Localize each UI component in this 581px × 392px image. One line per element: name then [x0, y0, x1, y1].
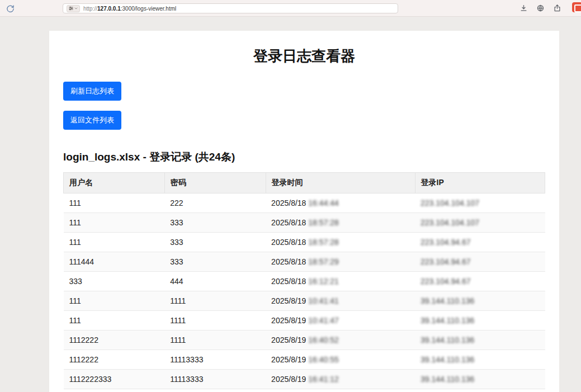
- table-row: 1112222025/8/18 16:44:44223.104.104.107: [64, 193, 545, 213]
- reload-button[interactable]: [5, 3, 15, 13]
- password-cell: 11113333: [164, 389, 266, 392]
- username-cell: 333: [64, 272, 165, 291]
- login-time-cell: 2025/8/19 10:41:47: [266, 311, 415, 330]
- login-time-redacted: 18:57:28: [308, 238, 339, 247]
- login-ip-redacted: 223.104.94.67: [421, 277, 471, 286]
- col-header-username: 用户名: [64, 173, 165, 193]
- login-ip-cell: 39.144.110.136: [415, 291, 545, 311]
- chevron-down-icon: [74, 6, 78, 11]
- login-ip-redacted: 39.144.110.136: [421, 316, 474, 325]
- download-button[interactable]: [518, 3, 528, 13]
- login-ip-redacted: 39.144.110.136: [421, 296, 474, 305]
- table-row: 1112222111133332025/8/19 16:40:5539.144.…: [64, 350, 545, 370]
- password-cell: 1111: [164, 291, 266, 311]
- login-time-redacted: 16:41:12: [308, 375, 339, 384]
- username-cell: 1112222333: [64, 370, 165, 389]
- login-ip-cell: 223.104.104.107: [415, 193, 545, 213]
- username-cell: 111444: [64, 252, 165, 272]
- login-ip-redacted: 39.144.110.136: [421, 355, 474, 364]
- url-path: :3000/logs-viewer.html: [121, 6, 177, 12]
- password-cell: 333: [164, 213, 266, 233]
- login-time-redacted: 16:12:21: [308, 277, 339, 286]
- username-cell: 111: [64, 193, 165, 213]
- share-button[interactable]: [552, 3, 562, 13]
- back-to-files-button[interactable]: 返回文件列表: [63, 111, 121, 130]
- login-ip-cell: 39.144.110.136: [415, 311, 545, 330]
- content-card: 登录日志查看器 刷新日志列表 返回文件列表 login_logs.xlsx - …: [49, 31, 559, 392]
- login-time-cell: 2025/8/18 18:57:29: [266, 252, 415, 272]
- password-cell: 333: [164, 252, 266, 272]
- url-host: 127.0.0.1: [97, 6, 121, 12]
- page-background: 登录日志查看器 刷新日志列表 返回文件列表 login_logs.xlsx - …: [0, 17, 581, 392]
- login-time-cell: 2025/8/19 16:40:55: [266, 350, 415, 370]
- username-cell: 111: [64, 291, 165, 311]
- col-header-password: 密码: [164, 173, 266, 193]
- login-time-cell: 2025/8/19 10:41:41: [266, 291, 415, 311]
- login-ip-cell: 39.144.110.136: [415, 370, 545, 389]
- password-cell: 11113333: [164, 350, 266, 370]
- login-ip-cell: 223.104.104.107: [415, 213, 545, 233]
- login-time-redacted: 10:41:47: [308, 316, 339, 325]
- login-ip-redacted: 39.144.110.136: [421, 375, 474, 384]
- table-row: 11111112025/8/19 10:41:4739.144.110.136: [64, 311, 545, 330]
- col-header-login-ip: 登录IP: [415, 173, 545, 193]
- globe-icon: [536, 4, 545, 12]
- globe-button[interactable]: [535, 3, 545, 13]
- username-cell: 1112222: [64, 350, 165, 370]
- table-row: 1112222333111133332025/8/19 16:41:1239.1…: [64, 370, 545, 389]
- download-icon: [519, 4, 528, 12]
- table-header: 用户名 密码 登录时间 登录IP: [64, 173, 545, 193]
- login-ip-cell: 223.104.94.67: [415, 252, 545, 272]
- login-time-redacted: 16:40:52: [308, 336, 339, 344]
- share-icon: [553, 4, 561, 12]
- table-header-row: 用户名 密码 登录时间 登录IP: [64, 173, 545, 193]
- login-ip-redacted: 223.104.104.107: [421, 218, 479, 227]
- login-ip-cell: 223.104.94.67: [415, 233, 545, 252]
- browser-toolbar: http://127.0.0.1:3000/logs-viewer.html: [0, 0, 581, 17]
- reload-icon: [6, 4, 15, 13]
- password-cell: 1111: [164, 311, 266, 330]
- login-ip-cell: 223.104.94.67: [415, 272, 545, 291]
- username-cell: 111: [64, 311, 165, 330]
- site-settings-chip[interactable]: [67, 5, 80, 12]
- login-time-cell: 2025/8/19 16:41:12: [266, 370, 415, 389]
- login-logs-table: 用户名 密码 登录时间 登录IP 1112222025/8/18 16:44:4…: [63, 172, 545, 392]
- login-ip-redacted: 39.144.110.136: [421, 336, 474, 344]
- login-time-cell: 2025/8/19 16:40:52: [266, 330, 415, 350]
- toolbar-right-icons: [518, 3, 562, 13]
- refresh-logs-button[interactable]: 刷新日志列表: [63, 82, 121, 101]
- page-title: 登录日志查看器: [63, 46, 545, 66]
- login-ip-cell: 39.144.110.136: [415, 330, 545, 350]
- login-time-redacted: 18:57:28: [308, 218, 339, 227]
- username-cell: 1112222: [64, 330, 165, 350]
- login-ip-cell: 39.144.110.136: [415, 350, 545, 370]
- login-time-redacted: 16:40:55: [308, 355, 339, 364]
- login-time-redacted: 10:41:41: [308, 296, 339, 305]
- login-ip-redacted: 223.104.94.67: [421, 257, 471, 266]
- col-header-login-time: 登录时间: [266, 173, 415, 193]
- login-time-cell: 2025/8/18 16:44:44: [266, 193, 415, 213]
- url-scheme: http://: [83, 6, 97, 12]
- username-cell: 111: [64, 233, 165, 252]
- table-row: 11111112025/8/19 10:41:4139.144.110.136: [64, 291, 545, 311]
- table-row: 1114443332025/8/18 18:57:29223.104.94.67: [64, 252, 545, 272]
- login-time-cell: 2025/8/19 16:41:22: [266, 389, 415, 392]
- site-settings-icon: [68, 6, 74, 11]
- password-cell: 333: [164, 233, 266, 252]
- login-time-cell: 2025/8/18 18:57:28: [266, 213, 415, 233]
- extension-icon[interactable]: [572, 2, 581, 12]
- password-cell: 222: [164, 193, 266, 213]
- login-time-redacted: 18:57:29: [308, 257, 339, 266]
- password-cell: 11113333: [164, 370, 266, 389]
- login-ip-redacted: 223.104.94.67: [421, 238, 471, 247]
- username-cell: 111: [64, 213, 165, 233]
- table-row: 111222211112025/8/19 16:40:5239.144.110.…: [64, 330, 545, 350]
- login-ip-redacted: 223.104.104.107: [421, 199, 479, 207]
- login-time-cell: 2025/8/18 16:12:21: [266, 272, 415, 291]
- url-text: http://127.0.0.1:3000/logs-viewer.html: [83, 6, 176, 12]
- url-bar[interactable]: http://127.0.0.1:3000/logs-viewer.html: [63, 3, 398, 13]
- login-ip-cell: 39.144.110.136: [415, 389, 545, 392]
- table-caption: login_logs.xlsx - 登录记录 (共24条): [63, 150, 545, 164]
- table-row: 1113332025/8/18 18:57:28223.104.94.67: [64, 233, 545, 252]
- password-cell: 1111: [164, 330, 266, 350]
